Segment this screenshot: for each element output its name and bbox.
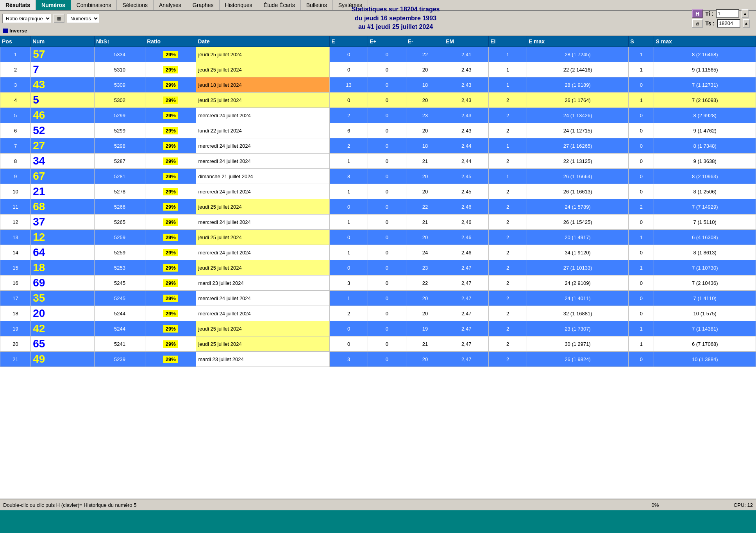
table-row[interactable]: 6 52 5299 29% lundi 22 juillet 2024 6 0 … <box>0 123 756 138</box>
cell-em: 20 <box>406 62 444 77</box>
cell-em: 20 <box>406 291 444 306</box>
col-header-date[interactable]: Date <box>196 36 330 47</box>
cell-ratio: 29% <box>145 336 196 352</box>
cell-em: 20 <box>406 123 444 138</box>
table-row[interactable]: 10 21 5278 29% mercredi 24 juillet 2024 … <box>0 184 756 199</box>
table-row[interactable]: 5 46 5299 29% mercredi 24 juillet 2024 2… <box>0 108 756 123</box>
table-row[interactable]: 19 42 5244 29% jeudi 25 juillet 2024 0 0… <box>0 321 756 336</box>
cell-date: jeudi 25 juillet 2024 <box>196 260 330 275</box>
cell-ratio: 29% <box>145 245 196 260</box>
cell-s: 0 <box>629 291 654 306</box>
col-header-ratio[interactable]: Ratio <box>145 36 196 47</box>
cell-e: 1 <box>330 154 368 169</box>
cell-ei: 2 <box>489 215 527 230</box>
table-row[interactable]: 7 27 5298 29% mercredi 24 juillet 2024 2… <box>0 138 756 154</box>
nav-numeros[interactable]: Numéros <box>36 0 71 10</box>
table-row[interactable]: 17 35 5245 29% mercredi 24 juillet 2024 … <box>0 291 756 306</box>
data-table: Pos Num NbS↑ Ratio Date E E+ E- EM EI E … <box>0 36 756 367</box>
cell-pos: 3 <box>0 77 31 93</box>
col-header-smax[interactable]: S max <box>654 36 756 47</box>
cell-em: 18 <box>406 138 444 154</box>
cell-num: 18 <box>31 260 95 275</box>
cell-num: 49 <box>31 352 95 367</box>
cell-emax: 26 (1 15425) <box>527 215 628 230</box>
table-row[interactable]: 18 20 5244 29% mercredi 24 juillet 2024 … <box>0 306 756 321</box>
cell-ratio: 29% <box>145 169 196 184</box>
cell-ep: 0 <box>368 169 406 184</box>
ti-input[interactable] <box>716 9 739 18</box>
cell-e: 13 <box>330 77 368 93</box>
cell-date: mardi 23 juillet 2024 <box>196 275 330 291</box>
cell-smax: 7 (1 5110) <box>654 215 756 230</box>
col-header-e[interactable]: E <box>330 36 368 47</box>
cell-e: 2 <box>330 108 368 123</box>
toolbar: Ratio Graphique ▦ Numéros Statistiques s… <box>0 11 756 26</box>
cell-smax: 7 (1 12731) <box>654 77 756 93</box>
cell-e: 1 <box>330 291 368 306</box>
table-row[interactable]: 2 7 5310 29% jeudi 25 juillet 2024 0 0 2… <box>0 62 756 77</box>
table-row[interactable]: 9 67 5281 29% dimanche 21 juillet 2024 8… <box>0 169 756 184</box>
col-header-ep[interactable]: E+ <box>368 36 406 47</box>
cell-s: 0 <box>629 123 654 138</box>
ti-button[interactable]: H <box>692 9 703 18</box>
cell-num: 34 <box>31 154 95 169</box>
cell-nbs: 5298 <box>94 138 145 154</box>
cell-nbs: 5281 <box>94 169 145 184</box>
cell-em2: 2,46 <box>444 215 489 230</box>
cell-num: 35 <box>31 291 95 306</box>
cell-em: 20 <box>406 169 444 184</box>
cell-num: 46 <box>31 108 95 123</box>
cell-ei: 1 <box>489 138 527 154</box>
col-header-em[interactable]: E- <box>406 36 444 47</box>
cell-e: 2 <box>330 306 368 321</box>
ti-arrow[interactable]: ▲ <box>742 9 749 18</box>
cell-date: mercredi 24 juillet 2024 <box>196 306 330 321</box>
cell-smax: 10 (1 575) <box>654 306 756 321</box>
cell-ep: 0 <box>368 321 406 336</box>
cell-pos: 7 <box>0 138 31 154</box>
col-header-em2[interactable]: EM <box>444 36 489 47</box>
cell-smax: 8 (2 10963) <box>654 169 756 184</box>
cell-date: jeudi 25 juillet 2024 <box>196 93 330 108</box>
table-row[interactable]: 12 37 5265 29% mercredi 24 juillet 2024 … <box>0 215 756 230</box>
cell-date: jeudi 25 juillet 2024 <box>196 230 330 245</box>
table-row[interactable]: 8 34 5287 29% mercredi 24 juillet 2024 1… <box>0 154 756 169</box>
cell-emax: 24 (2 9109) <box>527 275 628 291</box>
table-row[interactable]: 16 69 5245 29% mardi 23 juillet 2024 3 0… <box>0 275 756 291</box>
table-row[interactable]: 14 64 5259 29% mercredi 24 juillet 2024 … <box>0 245 756 260</box>
cell-nbs: 5310 <box>94 62 145 77</box>
nav-resultats[interactable]: Résultats <box>0 0 36 10</box>
cell-e: 0 <box>330 62 368 77</box>
col-header-nbs[interactable]: NbS↑ <box>94 36 145 47</box>
cell-em2: 2,47 <box>444 352 489 367</box>
cell-pos: 6 <box>0 123 31 138</box>
col-header-s[interactable]: S <box>629 36 654 47</box>
table-row[interactable]: 1 57 5334 29% jeudi 25 juillet 2024 0 0 … <box>0 47 756 62</box>
cell-em: 20 <box>406 352 444 367</box>
ratio-graphique-select[interactable]: Ratio Graphique <box>2 14 51 23</box>
toolbar-button1[interactable]: ▦ <box>54 14 64 23</box>
ts-arrow[interactable]: ▲ <box>743 19 750 28</box>
cell-nbs: 5287 <box>94 154 145 169</box>
col-header-pos[interactable]: Pos <box>0 36 31 47</box>
table-row[interactable]: 20 65 5241 29% jeudi 25 juillet 2024 0 0… <box>0 336 756 352</box>
col-header-num[interactable]: Num <box>31 36 95 47</box>
numeros-select[interactable]: Numéros <box>67 14 99 23</box>
cell-emax: 23 (1 7307) <box>527 321 628 336</box>
ts-input[interactable] <box>717 19 740 28</box>
table-row[interactable]: 11 68 5266 29% jeudi 25 juillet 2024 0 0… <box>0 199 756 215</box>
cell-ei: 2 <box>489 108 527 123</box>
table-row[interactable]: 13 12 5259 29% jeudi 25 juillet 2024 0 0… <box>0 230 756 245</box>
col-header-emax[interactable]: E max <box>527 36 628 47</box>
table-row[interactable]: 15 18 5253 29% jeudi 25 juillet 2024 0 0… <box>0 260 756 275</box>
table-row[interactable]: 21 49 5239 29% mardi 23 juillet 2024 3 0… <box>0 352 756 367</box>
cell-smax: 10 (1 3884) <box>654 352 756 367</box>
table-row[interactable]: 3 43 5309 29% jeudi 18 juillet 2024 13 0… <box>0 77 756 93</box>
table-row[interactable]: 4 5 5302 29% jeudi 25 juillet 2024 0 0 2… <box>0 93 756 108</box>
cell-e: 1 <box>330 184 368 199</box>
cell-ep: 0 <box>368 215 406 230</box>
ts-button[interactable]: 🖨 <box>692 19 703 28</box>
data-table-container: Pos Num NbS↑ Ratio Date E E+ E- EM EI E … <box>0 36 756 499</box>
col-header-ei[interactable]: EI <box>489 36 527 47</box>
cell-s: 0 <box>629 306 654 321</box>
